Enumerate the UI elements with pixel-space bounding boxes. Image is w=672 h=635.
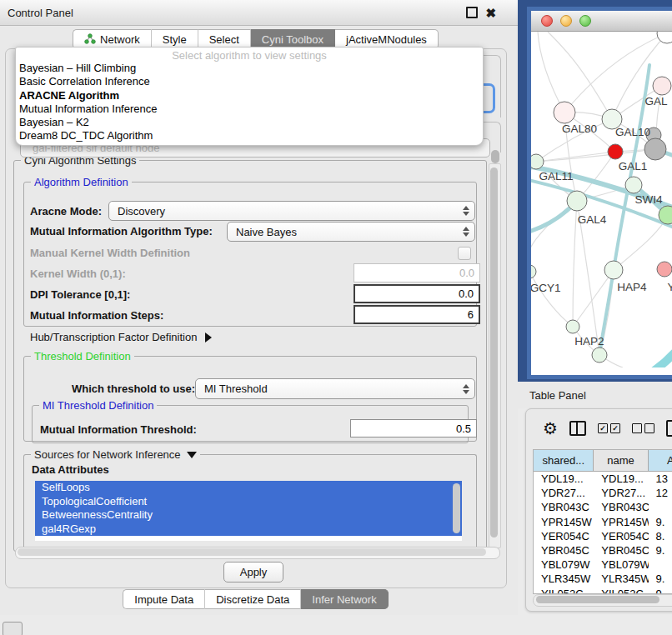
attributes-scrollbar-thumb[interactable]	[453, 483, 460, 533]
algorithm-item-mutual-information-inference[interactable]: Mutual Information Inference	[16, 102, 483, 116]
network-view-window[interactable]: GALGAL80GAL10GAL1GAL11SWI4GAL4GCY1HAP4YH…	[527, 7, 672, 379]
network-node-swi4[interactable]	[625, 177, 642, 193]
column-header-name[interactable]: name	[594, 450, 648, 471]
algorithm-item-aracne-algorithm[interactable]: ARACNE Algorithm	[16, 89, 483, 102]
node-label-hap2: HAP2	[574, 335, 604, 348]
tab-infer-network[interactable]: Infer Network	[301, 589, 388, 609]
table-cell: YDR27...	[594, 486, 648, 500]
table-cell: 12	[649, 486, 672, 500]
table-toolbar: ⚙ ✓✓	[526, 409, 672, 448]
network-node-gal[interactable]	[653, 77, 671, 95]
close-panel-icon[interactable]: ✖	[485, 7, 496, 19]
attribute-item-gal4rgexp[interactable]: gal4RGexp	[35, 522, 462, 537]
zoom-window-icon[interactable]	[579, 15, 591, 27]
column-header-shared[interactable]: shared...	[534, 450, 594, 471]
network-node-gal1[interactable]	[608, 144, 623, 159]
float-panel-icon[interactable]	[466, 7, 478, 18]
algorithm-list: Bayesian – Hill ClimbingBasic Correlatio…	[16, 62, 483, 143]
attribute-item-topologicalcoefficient[interactable]: TopologicalCoefficient	[35, 495, 462, 509]
data-attributes-label: Data Attributes	[32, 463, 109, 476]
network-canvas[interactable]: GALGAL80GAL10GAL1GAL11SWI4GAL4GCY1HAP4YH…	[531, 32, 672, 368]
tab-label: Discretize Data	[216, 593, 289, 606]
algorithm-item-bayesian-hill-climbing[interactable]: Bayesian – Hill Climbing	[16, 62, 483, 75]
mi-type-combo[interactable]: Naive Bayes	[227, 222, 475, 242]
scrollbar-thumb[interactable]	[18, 548, 486, 556]
minimize-window-icon[interactable]	[560, 15, 572, 27]
network-node-hap4[interactable]	[604, 261, 623, 279]
occluded-scrollbar-thumb[interactable]	[491, 150, 499, 163]
hub-definition-expander[interactable]: Hub/Transcription Factor Definition	[30, 331, 212, 343]
table-cell: 8.	[649, 529, 672, 543]
network-node-gal4[interactable]	[567, 191, 587, 211]
dpi-tolerance-value: 0.0	[459, 288, 474, 300]
network-window-titlebar[interactable]	[531, 11, 672, 32]
network-node-gal80[interactable]	[554, 102, 575, 123]
combo-arrows-icon	[463, 379, 469, 398]
table-row[interactable]: YER054CYER054C8.	[534, 529, 672, 543]
apply-button[interactable]: Apply	[223, 562, 283, 582]
network-edge	[531, 272, 573, 327]
table-cell: YIL052C	[594, 587, 648, 595]
aracne-mode-combo[interactable]: Discovery	[108, 201, 475, 221]
node-label-gal80: GAL80	[562, 122, 597, 135]
hub-definition-label: Hub/Transcription Factor Definition	[30, 331, 197, 343]
table-row[interactable]: YDL19...YDL19...13	[534, 472, 672, 486]
select-all-checks-icon[interactable]: ✓✓	[598, 423, 620, 433]
scrollbar-thumb[interactable]	[536, 596, 659, 603]
node-label-hap4: HAP4	[617, 281, 647, 293]
network-node-hap2[interactable]	[566, 320, 579, 333]
gear-icon[interactable]: ⚙	[543, 420, 558, 437]
kernel-width-value: 0.0	[459, 267, 474, 279]
table-cell	[649, 500, 672, 514]
network-node-unlabeled[interactable]	[644, 138, 666, 160]
settings-vertical-scrollbar[interactable]	[489, 163, 501, 548]
close-window-icon[interactable]	[541, 15, 553, 27]
kernel-width-field[interactable]: 0.0	[354, 263, 480, 282]
collapsed-panel-button[interactable]	[3, 622, 23, 635]
table-row[interactable]: YIL052CYIL052C9	[534, 587, 672, 595]
manual-kernel-checkbox[interactable]	[458, 247, 471, 260]
tab-impute-data[interactable]: Impute Data	[123, 589, 205, 609]
algorithm-item-basic-correlation-inference[interactable]: Basic Correlation Inference	[16, 75, 483, 88]
sources-title-text: Sources for Network Inference	[34, 448, 181, 461]
which-threshold-combo[interactable]: MI Threshold	[195, 378, 475, 399]
columns-icon[interactable]	[569, 421, 586, 436]
mi-steps-field[interactable]: 6	[354, 305, 480, 324]
dpi-tolerance-field[interactable]: 0.0	[354, 284, 480, 303]
table-row[interactable]: YBR045CYBR045C9.	[534, 543, 672, 558]
tab-discretize-data[interactable]: Discretize Data	[205, 589, 301, 609]
network-edge-highlighted	[648, 307, 672, 368]
table-row[interactable]: YBL079WYBL079W	[534, 558, 672, 572]
table-cell: YBR045C	[534, 543, 594, 558]
attribute-item-betweennesscentrality[interactable]: BetweennessCentrality	[35, 508, 462, 522]
node-table: shared...nameA YDL19...YDL19...13YDR27..…	[533, 449, 672, 594]
table-row[interactable]: YLR345WYLR345W9.	[534, 572, 672, 586]
column-header-a[interactable]: A	[649, 450, 672, 471]
table-row[interactable]: YBR043CYBR043C	[534, 500, 672, 514]
manual-kernel-label: Manual Kernel Width Definition	[30, 247, 190, 259]
scrollbar-thumb[interactable]	[490, 168, 498, 538]
network-node-gcy1[interactable]	[531, 265, 536, 278]
node-label-y: Y	[667, 281, 672, 293]
mi-type-value: Naive Bayes	[236, 226, 297, 238]
algorithm-item-dream8-dc-tdc-algorithm[interactable]: Dream8 DC_TDC Algorithm	[16, 129, 483, 142]
mi-threshold-field[interactable]: 0.5	[350, 419, 477, 438]
table-body: YDL19...YDL19...13YDR27...YDR27...12YBR0…	[534, 472, 672, 594]
document-icon[interactable]	[666, 420, 672, 437]
table-horizontal-scrollbar[interactable]	[533, 594, 672, 607]
network-node-gal11[interactable]	[531, 154, 544, 169]
network-node-y[interactable]	[657, 262, 672, 277]
network-node-unlabeled[interactable]	[592, 348, 607, 362]
settings-horizontal-scrollbar[interactable]	[15, 547, 500, 559]
network-edge	[531, 201, 577, 272]
combo-arrows-icon	[463, 222, 469, 241]
table-row[interactable]: YDR27...YDR27...12	[534, 486, 672, 500]
attribute-item-selfloops[interactable]: SelfLoops	[35, 481, 462, 495]
table-row[interactable]: YPR145WYPR145W9.	[534, 515, 672, 529]
sources-group-title[interactable]: Sources for Network Inference	[31, 448, 200, 461]
control-panel-title: Control Panel	[8, 7, 73, 19]
deselect-all-checks-icon[interactable]	[632, 423, 654, 433]
algorithm-item-bayesian-k2[interactable]: Bayesian – K2	[16, 116, 483, 129]
table-cell: YDL19...	[594, 472, 648, 486]
table-cell: YER054C	[534, 529, 594, 543]
